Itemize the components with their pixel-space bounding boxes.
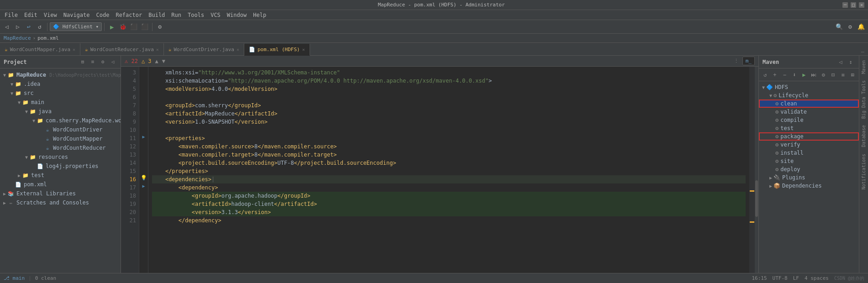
tab-close-pomxml[interactable]: ✕ <box>302 47 305 52</box>
menu-tools[interactable]: Tools <box>185 11 207 19</box>
menu-run[interactable]: Run <box>168 11 184 19</box>
maven-item-lifecycle[interactable]: ▼ ⚙ Lifecycle <box>759 91 859 100</box>
status-encoding[interactable]: UTF-8 <box>773 275 788 281</box>
sidebar-gear-btn[interactable]: ⚙ <box>99 58 107 66</box>
gutter-warn-16[interactable]: 💡 <box>139 173 148 182</box>
maven-item-verify[interactable]: ⚙ verify <box>759 141 859 149</box>
tree-item-package[interactable]: ▼ 📁 com.sherry.MapReduce.wordcount <box>0 116 121 125</box>
tree-item-main[interactable]: ▼ 📁 main <box>0 98 121 107</box>
tree-item-test[interactable]: ▶ 📁 test <box>0 171 121 180</box>
maven-item-deploy[interactable]: ⚙ deploy <box>759 165 859 173</box>
tree-item-pomxml[interactable]: 📄 pom.xml <box>0 180 121 189</box>
restore-button[interactable]: □ <box>851 2 856 8</box>
tree-item-driver[interactable]: ☕ WordCountDriver <box>0 125 121 134</box>
error-nav-down[interactable]: ▼ <box>162 58 165 64</box>
maven-group-btn[interactable]: ⊞ <box>848 70 857 79</box>
revert-button[interactable]: ↩ <box>24 22 34 32</box>
maven-hide-btn[interactable]: ◁ <box>836 58 845 67</box>
menu-file[interactable]: File <box>2 11 21 19</box>
tree-item-log4j[interactable]: 📄 log4j.properties <box>0 162 121 171</box>
maven-item-dependencies[interactable]: ▶ 📦 Dependencies <box>759 182 859 190</box>
notifications-button[interactable]: 🔔 <box>856 22 866 32</box>
maven-item-test[interactable]: ⚙ test <box>759 124 859 132</box>
maven-item-clean[interactable]: ⚙ clean <box>759 100 859 108</box>
profile-button[interactable]: ⬛ <box>140 22 150 32</box>
sidebar-collapse-btn[interactable]: ≡ <box>89 58 97 66</box>
sidebar-layout-btn[interactable]: ⊞ <box>79 58 87 66</box>
tab-wordcountdriver[interactable]: ☕ WordCountDriver.java ✕ <box>164 43 244 55</box>
window-controls[interactable]: ─ □ ✕ <box>842 2 864 8</box>
maven-item-hdfs[interactable]: ▼ 🔷 HDFS <box>759 83 859 91</box>
right-tab-database[interactable]: Database <box>860 122 868 150</box>
close-button[interactable]: ✕ <box>859 2 864 8</box>
back-button[interactable]: ◁ <box>2 22 12 32</box>
tree-item-resources[interactable]: ▼ 📁 resources <box>0 152 121 162</box>
gutter-fold-17[interactable]: ▶ <box>139 182 148 190</box>
maven-diagram-btn[interactable]: ⊡ <box>829 70 837 79</box>
right-tab-maven[interactable]: Maven <box>860 58 868 77</box>
tree-item-reducer[interactable]: ☕ WordCountReducer <box>0 143 121 152</box>
scrollbar-thumb[interactable] <box>755 180 758 217</box>
tab-pomxml[interactable]: 📄 pom.xml (HDFS) ✕ <box>244 44 310 56</box>
maven-expand-btn[interactable]: ↕ <box>846 58 855 67</box>
coverage-button[interactable]: ⬛ <box>129 22 139 32</box>
breadcrumb-mapreduce[interactable]: MapReduce <box>4 35 31 41</box>
maven-item-plugins[interactable]: ▶ 🔌 Plugins <box>759 173 859 182</box>
tab-overflow[interactable]: ⋯ <box>857 49 868 55</box>
sidebar-hide-btn[interactable]: ◁ <box>109 58 117 66</box>
maven-item-compile[interactable]: ⚙ compile <box>759 116 859 124</box>
tree-item-mapreduce[interactable]: ▼ 📁 MapReduce D:\HadoopProjects\test\Map… <box>0 70 121 79</box>
tree-item-external-libs[interactable]: ▶ 📚 External Libraries <box>0 189 121 198</box>
tree-item-mapper[interactable]: ☕ WordCountMapper <box>0 134 121 143</box>
maven-skip-btn[interactable]: ⏭ <box>809 70 818 79</box>
maven-download-btn[interactable]: ⬇ <box>790 70 799 79</box>
tree-item-idea[interactable]: ▼ 📁 .idea <box>0 79 121 89</box>
status-indent[interactable]: 4 spaces <box>805 275 829 281</box>
search-button[interactable]: 🔍 <box>834 22 844 32</box>
menu-refactor[interactable]: Refactor <box>113 11 145 19</box>
maven-item-validate[interactable]: ⚙ validate <box>759 108 859 116</box>
error-nav-up[interactable]: ▲ <box>155 58 158 64</box>
tab-close-wordcountdriver[interactable]: ✕ <box>237 47 239 52</box>
status-line-ending[interactable]: LF <box>793 275 799 281</box>
menu-help[interactable]: Help <box>250 11 269 19</box>
hdfs-client-selector[interactable]: 🔷 HdfsClient ▾ <box>50 22 102 31</box>
forward-button[interactable]: ▷ <box>13 22 23 32</box>
tab-wordcountreducer[interactable]: ☕ WordCountReducer.java ✕ <box>80 43 164 55</box>
code-editor[interactable]: xmlns:xsi="http://www.w3.org/2001/XMLSch… <box>148 67 749 273</box>
maven-add-btn[interactable]: + <box>770 70 779 79</box>
menu-build[interactable]: Build <box>146 11 168 19</box>
editor-scrollbar[interactable] <box>755 67 758 273</box>
breadcrumb-pomxml[interactable]: pom.xml <box>37 35 58 41</box>
menu-navigate[interactable]: Navigate <box>61 11 93 19</box>
minimize-button[interactable]: ─ <box>842 2 848 8</box>
gutter-fold-11[interactable]: ▶ <box>139 132 148 141</box>
debug-button[interactable]: 🐞 <box>118 22 128 32</box>
tree-item-src[interactable]: ▼ 📁 src <box>0 89 121 98</box>
maven-item-install[interactable]: ⚙ install <box>759 149 859 157</box>
maven-refresh-btn[interactable]: ↺ <box>761 70 769 79</box>
tree-item-scratches[interactable]: ▶ ✏️ Scratches and Consoles <box>0 198 121 207</box>
maven-run-btn[interactable]: ▶ <box>800 70 808 79</box>
right-tab-bigdata[interactable]: Big Data Tools <box>860 78 868 121</box>
run-button[interactable]: ▶ <box>107 22 117 32</box>
maven-m-btn[interactable]: m_ <box>742 57 755 65</box>
settings-button[interactable]: ⚙ <box>155 22 165 32</box>
maven-generate-btn[interactable]: ⚙ <box>819 70 828 79</box>
menu-view[interactable]: View <box>41 11 60 19</box>
menu-code[interactable]: Code <box>94 11 112 19</box>
tree-item-java[interactable]: ▼ 📁 java <box>0 107 121 116</box>
tab-close-wordcountmapper[interactable]: ✕ <box>73 47 75 52</box>
maven-item-site[interactable]: ⚙ site <box>759 157 859 165</box>
maven-item-package[interactable]: ⚙ package <box>759 132 859 141</box>
tab-close-wordcountreducer[interactable]: ✕ <box>156 47 159 52</box>
undo-button[interactable]: ↺ <box>35 22 45 32</box>
tab-wordcountmapper[interactable]: ☕ WordCountMapper.java ✕ <box>0 43 80 55</box>
menu-vcs[interactable]: VCS <box>208 11 223 19</box>
menu-edit[interactable]: Edit <box>21 11 40 19</box>
menu-window[interactable]: Window <box>224 11 249 19</box>
right-tab-notifications[interactable]: Notifications <box>860 151 868 192</box>
gear-button[interactable]: ⚙ <box>845 22 855 32</box>
maven-remove-btn[interactable]: − <box>780 70 789 79</box>
status-position[interactable]: 16:15 <box>752 275 767 281</box>
